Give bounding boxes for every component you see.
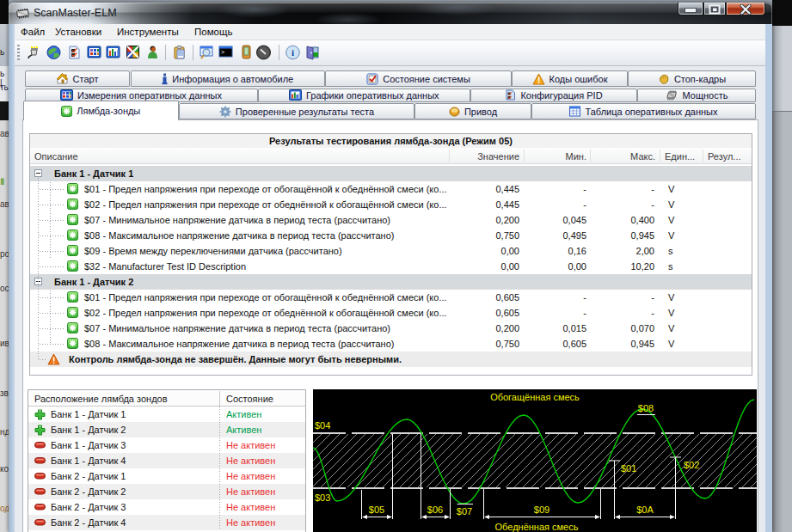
svg-text:>: > xyxy=(221,49,224,56)
svg-text:$04: $04 xyxy=(315,420,330,431)
svg-text:$09: $09 xyxy=(534,504,549,515)
svg-text:$08: $08 xyxy=(638,403,654,413)
svg-text:$0A: $0A xyxy=(636,504,654,515)
svg-text:Обогащённая смесь: Обогащённая смесь xyxy=(490,392,580,402)
svg-text:$07: $07 xyxy=(457,506,472,517)
svg-text:$01: $01 xyxy=(621,463,636,474)
svg-text:$02: $02 xyxy=(684,460,699,470)
svg-text:$03: $03 xyxy=(315,492,330,503)
svg-text:i: i xyxy=(292,47,294,58)
svg-text:Обеднённая смесь: Обеднённая смесь xyxy=(495,522,579,532)
svg-text:$05: $05 xyxy=(369,504,384,515)
svg-text:$06: $06 xyxy=(427,504,443,515)
